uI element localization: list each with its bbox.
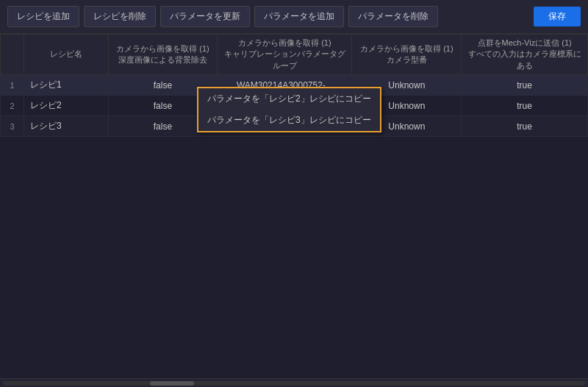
cell-name: レシピ2 xyxy=(24,96,108,116)
toolbar: レシピを追加 レシピを削除 パラメータを更新 パラメータを追加 パラメータを削除… xyxy=(0,0,588,34)
cell-rownum: 3 xyxy=(1,116,24,137)
scrollbar-thumb[interactable] xyxy=(150,381,194,386)
context-menu-item-2[interactable]: パラメータを「レシピ3」レシピにコピー xyxy=(198,110,380,131)
cell-col4: true xyxy=(462,75,588,96)
col-header-name: レシピ名 xyxy=(24,35,108,75)
table-area: レシピ名 カメラから画像を取得 (1) 深度画像による背景除去 カメラから画像を… xyxy=(0,34,588,378)
context-menu-item-1[interactable]: パラメータを「レシピ2」レシピにコピー xyxy=(198,88,380,110)
col-header-2: カメラから画像を取得 (1) キャリブレーションパラメータグループ xyxy=(218,35,352,75)
cell-rownum: 1 xyxy=(1,75,24,96)
delete-recipe-button[interactable]: レシピを削除 xyxy=(84,6,156,27)
col-header-4: 点群をMech-Vizに送信 (1) すべての入力はカメラ座標系にある xyxy=(462,35,588,75)
context-menu: パラメータを「レシピ2」レシピにコピー パラメータを「レシピ3」レシピにコピー xyxy=(197,87,381,132)
scrollbar-track[interactable] xyxy=(3,381,585,386)
update-params-button[interactable]: パラメータを更新 xyxy=(160,6,250,27)
col-header-1: カメラから画像を取得 (1) 深度画像による背景除去 xyxy=(108,35,218,75)
delete-params-button[interactable]: パラメータを削除 xyxy=(348,6,438,27)
add-params-button[interactable]: パラメータを追加 xyxy=(254,6,344,27)
app-container: レシピを追加 レシピを削除 パラメータを更新 パラメータを追加 パラメータを削除… xyxy=(0,0,588,387)
save-button[interactable]: 保存 xyxy=(534,7,581,26)
col-header-3: カメラから画像を取得 (1) カメラ型番 xyxy=(352,35,462,75)
cell-col4: true xyxy=(462,116,588,137)
table-header-row: レシピ名 カメラから画像を取得 (1) 深度画像による背景除去 カメラから画像を… xyxy=(1,35,588,75)
scrollbar-area xyxy=(0,378,588,387)
col-header-rownum xyxy=(1,35,24,75)
cell-rownum: 2 xyxy=(1,96,24,116)
cell-col4: true xyxy=(462,96,588,116)
cell-name: レシピ3 xyxy=(24,116,108,137)
cell-name: レシピ1 xyxy=(24,75,108,96)
add-recipe-button[interactable]: レシピを追加 xyxy=(7,6,79,27)
